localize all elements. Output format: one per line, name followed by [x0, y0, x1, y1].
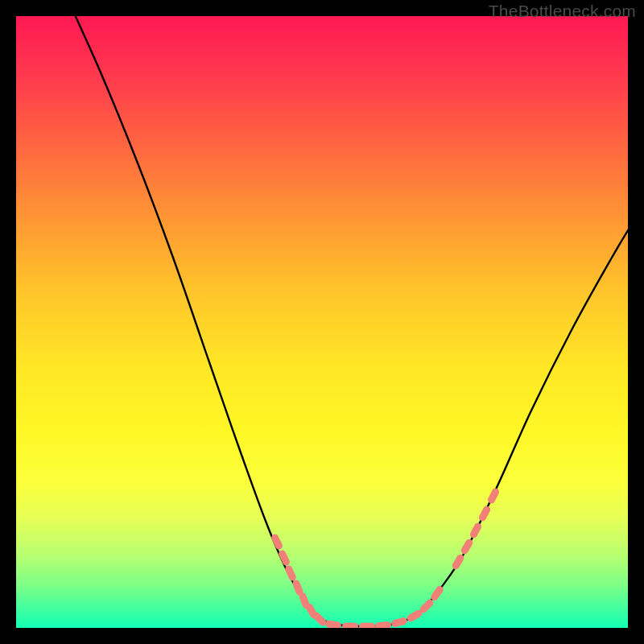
- curve-marker: [270, 533, 284, 551]
- curve-marker: [359, 623, 375, 629]
- curve-marker: [284, 564, 297, 582]
- watermark-text: TheBottleneck.com: [489, 2, 636, 21]
- curve-marker: [324, 620, 341, 628]
- bottleneck-curve: [64, 16, 628, 626]
- curve-marker: [390, 617, 408, 628]
- curve-marker: [342, 623, 358, 629]
- curve-marker: [375, 621, 392, 628]
- curve-marker: [486, 487, 500, 505]
- curve-marker: [469, 522, 482, 539]
- plot-area: [16, 16, 628, 628]
- curve-marker: [278, 549, 291, 567]
- chart-frame: TheBottleneck.com: [0, 0, 644, 644]
- chart-svg: [16, 16, 628, 628]
- curve-marker: [477, 505, 491, 522]
